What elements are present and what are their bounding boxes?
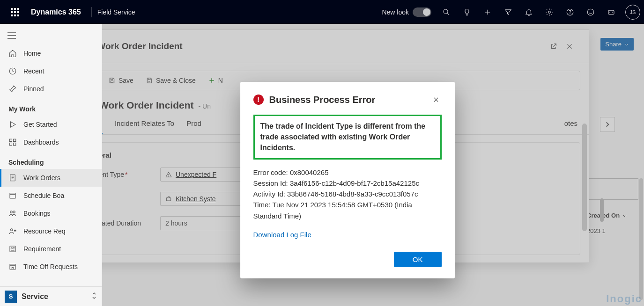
dashboard-icon bbox=[8, 138, 17, 146]
svg-point-6 bbox=[570, 14, 570, 14]
dialog-title: Business Process Error bbox=[269, 95, 376, 105]
svg-point-30 bbox=[11, 248, 12, 249]
nav-pinned[interactable]: Pinned bbox=[0, 80, 102, 98]
svg-line-1 bbox=[447, 13, 449, 15]
filter-icon[interactable] bbox=[500, 4, 517, 21]
nav-dashboards[interactable]: Dashboards bbox=[0, 133, 102, 151]
area-switcher[interactable]: S Service bbox=[0, 286, 102, 306]
nav-recent[interactable]: Recent bbox=[0, 62, 102, 80]
bell-icon[interactable] bbox=[520, 4, 537, 21]
bookings-icon bbox=[8, 209, 17, 218]
plus-icon[interactable] bbox=[479, 4, 496, 21]
svg-rect-8 bbox=[608, 10, 614, 14]
sidebar-toggle[interactable] bbox=[0, 24, 102, 44]
nav-home[interactable]: Home bbox=[0, 44, 102, 62]
svg-rect-21 bbox=[10, 193, 15, 198]
nav-get-started[interactable]: Get Started bbox=[0, 116, 102, 133]
new-look-toggle[interactable]: New look bbox=[382, 7, 431, 17]
main-area: Share Created On 2023 1 Inogic New Work … bbox=[102, 24, 644, 306]
svg-point-25 bbox=[11, 229, 13, 231]
play-icon bbox=[8, 120, 17, 129]
svg-rect-20 bbox=[10, 175, 15, 181]
chevron-updown-icon bbox=[91, 292, 97, 301]
svg-marker-15 bbox=[11, 122, 16, 127]
area-badge: S bbox=[5, 291, 17, 303]
help-icon[interactable] bbox=[562, 4, 578, 21]
ok-button[interactable]: OK bbox=[394, 252, 442, 267]
nav-work-orders[interactable]: Work Orders bbox=[0, 169, 102, 187]
svg-point-4 bbox=[548, 11, 551, 13]
svg-point-24 bbox=[13, 211, 15, 213]
svg-point-23 bbox=[10, 211, 13, 213]
group-my-work: My Work bbox=[0, 98, 102, 116]
sidebar: Home Recent Pinned My Work Get Started D… bbox=[0, 24, 102, 306]
error-icon: ! bbox=[253, 95, 264, 105]
nav-bookings[interactable]: Bookings bbox=[0, 204, 102, 222]
app-name[interactable]: Field Service bbox=[97, 8, 135, 16]
group-scheduling: Scheduling bbox=[0, 151, 102, 169]
app-launcher-icon[interactable] bbox=[4, 8, 26, 16]
svg-rect-31 bbox=[10, 264, 15, 270]
assistant-icon[interactable] bbox=[603, 4, 620, 21]
home-icon bbox=[8, 49, 17, 58]
svg-rect-19 bbox=[14, 143, 16, 146]
search-icon[interactable] bbox=[438, 4, 455, 21]
svg-rect-18 bbox=[9, 143, 12, 146]
user-avatar[interactable]: JS bbox=[625, 5, 640, 20]
lightbulb-icon[interactable] bbox=[459, 4, 475, 21]
calendar-icon bbox=[8, 191, 17, 200]
svg-point-0 bbox=[444, 9, 448, 14]
brand-label[interactable]: Dynamics 365 bbox=[26, 8, 86, 16]
resource-icon bbox=[8, 227, 17, 235]
feedback-icon[interactable] bbox=[582, 4, 599, 21]
svg-rect-17 bbox=[14, 139, 16, 141]
nav-requirement[interactable]: Requirement bbox=[0, 240, 102, 258]
error-message-box: The trade of Incident Type is different … bbox=[253, 115, 442, 160]
nav-time-off[interactable]: Time Off Requests bbox=[0, 258, 102, 276]
svg-rect-16 bbox=[9, 139, 12, 141]
nav-schedule-board[interactable]: Schedule Boa bbox=[0, 187, 102, 204]
workorder-icon bbox=[8, 174, 17, 182]
download-log-link[interactable]: Download Log File bbox=[253, 231, 442, 239]
top-bar: Dynamics 365 Field Service New look JS bbox=[0, 0, 644, 24]
clock-icon bbox=[8, 67, 17, 75]
timeoff-icon bbox=[8, 262, 17, 271]
nav-resource-req[interactable]: Resource Req bbox=[0, 222, 102, 240]
pin-icon bbox=[8, 85, 17, 93]
requirement-icon bbox=[8, 245, 17, 253]
error-message: The trade of Incident Type is different … bbox=[260, 121, 435, 153]
gear-icon[interactable] bbox=[541, 4, 558, 21]
dialog-close-button[interactable] bbox=[430, 94, 442, 105]
svg-point-7 bbox=[587, 9, 594, 15]
error-dialog: ! Business Process Error The trade of In… bbox=[240, 82, 455, 278]
error-details: Error code: 0x80040265 Session Id: 3a4f6… bbox=[253, 167, 442, 221]
